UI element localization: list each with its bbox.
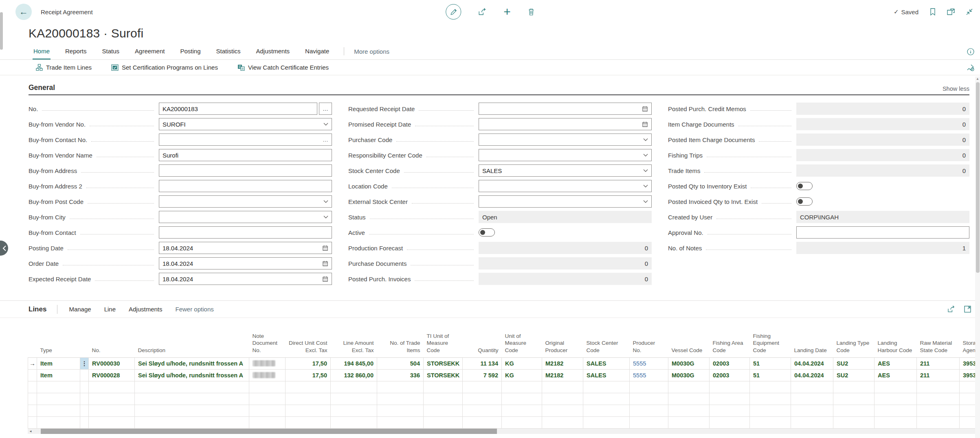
col-landing-harbour-code[interactable]: Landing Harbour Code bbox=[875, 318, 917, 357]
view-catch-certificate-entries-button[interactable]: View Catch Certificate Entries bbox=[237, 64, 329, 71]
active-toggle[interactable] bbox=[479, 228, 495, 237]
tab-navigate[interactable]: Navigate bbox=[304, 43, 330, 59]
buy-from-address-2-input[interactable] bbox=[159, 180, 332, 192]
cell-landing-type-code[interactable]: SU2 bbox=[833, 357, 875, 369]
col-fishing-area-code[interactable]: Fishing Area Code bbox=[710, 318, 750, 357]
buy-from-vendor-no-input[interactable]: SUROFI bbox=[159, 118, 332, 130]
cell-note-document-no[interactable] bbox=[249, 357, 286, 369]
cell-line-amount[interactable]: 132 860,00 bbox=[331, 369, 377, 381]
cell-note-document-no[interactable] bbox=[249, 369, 286, 381]
col-vessel-code[interactable]: Vessel Code bbox=[668, 318, 710, 357]
posting-date-input[interactable]: 18.04.2024 bbox=[159, 242, 332, 254]
vertical-scrollbar[interactable]: ▲ bbox=[975, 77, 980, 438]
order-date-input[interactable]: 18.04.2024 bbox=[159, 257, 332, 269]
cell-line-amount[interactable]: 194 845,00 bbox=[331, 357, 377, 369]
buy-from-contact-input[interactable] bbox=[159, 226, 332, 239]
responsibility-center-code-input[interactable] bbox=[479, 149, 652, 161]
external-stock-center-input[interactable] bbox=[479, 195, 652, 208]
chevron-down-icon[interactable] bbox=[323, 123, 328, 126]
cell-description[interactable]: Sei Sløyd u/hode, rundsnitt frossen A bbox=[135, 357, 249, 369]
chevron-down-icon[interactable] bbox=[643, 169, 648, 172]
requested-receipt-date-input[interactable] bbox=[479, 103, 652, 115]
cell-landing-date[interactable]: 04.04.2024 bbox=[791, 357, 833, 369]
cell-fishing-equipment-code[interactable]: 51 bbox=[750, 369, 791, 381]
cell-landing-type-code[interactable]: SU2 bbox=[833, 369, 875, 381]
unpin-button[interactable] bbox=[967, 64, 974, 71]
left-scrollbar-thumb[interactable] bbox=[0, 12, 3, 50]
stock-center-code-input[interactable]: SALES bbox=[479, 164, 652, 177]
calendar-icon[interactable] bbox=[642, 121, 648, 127]
col-type[interactable]: Type bbox=[37, 318, 80, 357]
fewer-options-button[interactable]: Fewer options bbox=[176, 306, 214, 313]
cell-direct-unit-cost[interactable]: 17,50 bbox=[286, 357, 331, 369]
tab-home[interactable]: Home bbox=[33, 43, 51, 59]
cell-producer-no[interactable]: 5555 bbox=[630, 357, 668, 369]
vertical-scrollbar-thumb[interactable] bbox=[976, 82, 980, 273]
col-description[interactable]: Description bbox=[135, 318, 249, 357]
cell-raw-material-state-code[interactable]: 211 bbox=[917, 357, 960, 369]
buy-from-city-input[interactable] bbox=[159, 211, 332, 223]
buy-from-contact-no-input[interactable]: … bbox=[159, 134, 332, 146]
cell-direct-unit-cost[interactable]: 17,50 bbox=[286, 369, 331, 381]
cell-vessel-code[interactable]: M0030G bbox=[668, 369, 710, 381]
col-fishing-equipment-code[interactable]: Fishing Equipment Code bbox=[750, 318, 791, 357]
lines-menu-adjustments[interactable]: Adjustments bbox=[129, 306, 163, 313]
col-unit-of-measure[interactable]: Unit of Measure Code bbox=[502, 318, 542, 357]
general-heading[interactable]: General bbox=[29, 83, 55, 92]
cell-quantity[interactable]: 7 592 bbox=[463, 369, 502, 381]
cell-no[interactable]: RV000030 bbox=[89, 357, 135, 369]
cell-landing-date[interactable]: 04.04.2024 bbox=[791, 369, 833, 381]
col-raw-material-state-code[interactable]: Raw Material State Code bbox=[917, 318, 960, 357]
col-producer-no[interactable]: Producer No. bbox=[630, 318, 668, 357]
cell-original-producer[interactable]: M2182 bbox=[542, 369, 583, 381]
share-button[interactable] bbox=[478, 8, 486, 15]
cell-no[interactable]: RV000028 bbox=[89, 369, 135, 381]
cell-quantity[interactable]: 11 134 bbox=[463, 357, 502, 369]
location-code-input[interactable] bbox=[479, 180, 652, 192]
show-less-link[interactable]: Show less bbox=[943, 85, 969, 92]
scroll-up-icon[interactable]: ▲ bbox=[975, 77, 980, 81]
tab-adjustments[interactable]: Adjustments bbox=[255, 43, 291, 59]
chevron-down-icon[interactable] bbox=[643, 184, 648, 188]
col-no[interactable]: No. bbox=[89, 318, 135, 357]
col-note-document-no[interactable]: Note Document No. bbox=[249, 318, 286, 357]
tab-status[interactable]: Status bbox=[101, 43, 121, 59]
col-quantity[interactable]: Quantity bbox=[463, 318, 502, 357]
col-landing-date[interactable]: Landing Date bbox=[791, 318, 833, 357]
col-stock-center-code[interactable]: Stock Center Code bbox=[583, 318, 630, 357]
chevron-down-icon[interactable] bbox=[323, 215, 328, 219]
tab-posting[interactable]: Posting bbox=[179, 43, 201, 59]
row-menu-button[interactable]: ⋮ bbox=[80, 357, 89, 369]
cell-stock-center-code[interactable]: SALES bbox=[583, 357, 630, 369]
lines-heading[interactable]: Lines bbox=[29, 305, 46, 313]
cell-fishing-area-code[interactable]: 02003 bbox=[710, 357, 750, 369]
cell-fishing-area-code[interactable]: 02003 bbox=[710, 369, 750, 381]
purchaser-code-input[interactable] bbox=[479, 134, 652, 146]
cell-no-of-trade-items[interactable]: 336 bbox=[377, 369, 424, 381]
cell-raw-material-state-code[interactable]: 211 bbox=[917, 369, 960, 381]
calendar-icon[interactable] bbox=[322, 261, 328, 267]
chevron-down-icon[interactable] bbox=[643, 200, 648, 203]
new-button[interactable]: + bbox=[503, 6, 511, 18]
more-options-button[interactable]: More options bbox=[354, 43, 389, 59]
cell-type[interactable]: Item bbox=[37, 357, 80, 369]
buy-from-address-input[interactable] bbox=[159, 164, 332, 177]
scroll-left-icon[interactable]: ◂ bbox=[28, 429, 33, 434]
lines-share-button[interactable] bbox=[947, 306, 955, 313]
set-certification-programs-button[interactable]: Set Certification Programs on Lines bbox=[111, 64, 218, 71]
chevron-down-icon[interactable] bbox=[643, 138, 648, 141]
lines-focus-mode-button[interactable] bbox=[964, 306, 971, 313]
promised-receipt-date-input[interactable] bbox=[479, 118, 652, 130]
posted-qty-to-inventory-toggle[interactable] bbox=[796, 182, 813, 190]
no-assist-button[interactable]: … bbox=[319, 103, 332, 115]
col-landing-type-code[interactable]: Landing Type Code bbox=[833, 318, 875, 357]
cell-unit-of-measure[interactable]: KG bbox=[502, 369, 542, 381]
no-input[interactable]: KA20000183 bbox=[159, 103, 317, 115]
cell-landing-harbour-code[interactable]: AES bbox=[875, 369, 917, 381]
back-button[interactable]: ← bbox=[15, 4, 32, 20]
collapse-window-button[interactable] bbox=[966, 9, 973, 15]
cell-vessel-code[interactable]: M0030G bbox=[668, 357, 710, 369]
ellipsis-icon[interactable]: … bbox=[323, 136, 328, 143]
approval-no-input[interactable] bbox=[796, 226, 969, 239]
cell-stock-center-code[interactable]: SALES bbox=[583, 369, 630, 381]
